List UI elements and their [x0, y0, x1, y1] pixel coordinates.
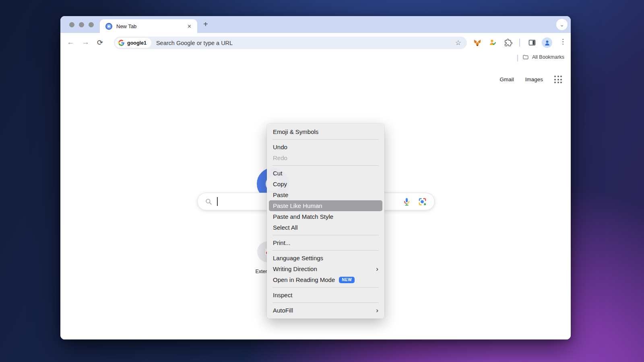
menu-item-redo: Redo [267, 152, 384, 163]
tab-search-button[interactable]: ⌄ [556, 19, 568, 30]
address-bar[interactable]: google1 Search Google or type a URL ☆ [114, 37, 467, 49]
bookmarks-bar: All Bookmarks [60, 52, 571, 64]
chromium-favicon-icon [105, 23, 112, 30]
context-menu: Emoji & Symbols Undo Redo Cut Copy Paste… [267, 123, 384, 319]
tab-new-tab[interactable]: New Tab ✕ [100, 19, 197, 33]
site-search-chip[interactable]: google1 [115, 38, 151, 48]
url-placeholder: Search Google or type a URL [156, 40, 455, 46]
tab-strip: New Tab ✕ + ⌄ [60, 16, 571, 33]
menu-separator [272, 235, 379, 235]
toolbar-divider [519, 39, 520, 47]
tab-close-icon[interactable]: ✕ [186, 23, 193, 30]
all-bookmarks-label: All Bookmarks [532, 54, 564, 60]
profile-check-extension-icon[interactable] [489, 39, 497, 47]
google-g-icon [118, 40, 124, 46]
menu-item-paste-like-human[interactable]: Paste Like Human [269, 200, 382, 211]
bookmark-star-icon[interactable]: ☆ [455, 39, 461, 47]
menu-item-select-all[interactable]: Select All [267, 222, 384, 233]
menu-item-writing-direction[interactable]: Writing Direction › [267, 263, 384, 274]
google-lens-icon[interactable] [418, 197, 427, 206]
voice-search-mic-icon[interactable] [402, 197, 411, 206]
back-button[interactable]: ← [67, 38, 74, 47]
metamask-fox-icon[interactable] [473, 39, 481, 47]
new-badge: NEW [339, 277, 355, 283]
minimize-window-button[interactable] [79, 22, 84, 27]
submenu-chevron-icon: › [376, 265, 378, 272]
folder-icon [522, 54, 529, 60]
extensions-puzzle-icon[interactable] [504, 39, 512, 47]
gmail-link[interactable]: Gmail [500, 76, 514, 82]
close-window-button[interactable] [69, 22, 74, 27]
menu-item-copy[interactable]: Copy [267, 179, 384, 189]
menu-item-undo[interactable]: Undo [267, 142, 384, 152]
menu-item-open-in-reading-mode[interactable]: Open in Reading Mode NEW [267, 274, 384, 285]
menu-separator [272, 165, 379, 166]
menu-separator [272, 287, 379, 288]
tab-title: New Tab [116, 23, 186, 29]
toolbar: ← → ⟳ google1 Search Google or type a UR… [60, 33, 571, 52]
menu-item-language-settings[interactable]: Language Settings [267, 253, 384, 263]
menu-item-print[interactable]: Print... [267, 237, 384, 248]
search-icon [205, 198, 213, 206]
text-caret [217, 197, 218, 206]
images-link[interactable]: Images [525, 76, 543, 82]
menu-separator [272, 139, 379, 140]
chevron-down-icon: ⌄ [559, 21, 564, 28]
menu-separator [272, 302, 379, 303]
google-apps-grid-icon[interactable] [554, 76, 562, 83]
person-icon [544, 39, 551, 46]
bookmarks-divider [517, 55, 518, 62]
maximize-window-button[interactable] [89, 22, 94, 27]
site-chip-label: google1 [127, 40, 147, 46]
submenu-chevron-icon: › [376, 307, 378, 314]
reload-button[interactable]: ⟳ [97, 38, 103, 47]
profile-avatar[interactable] [542, 37, 552, 48]
all-bookmarks-button[interactable]: All Bookmarks [522, 54, 564, 60]
forward-button[interactable]: → [82, 38, 89, 47]
menu-item-paste[interactable]: Paste [267, 189, 384, 200]
side-panel-icon[interactable] [528, 39, 536, 47]
menu-item-cut[interactable]: Cut [267, 168, 384, 179]
new-tab-button[interactable]: + [203, 20, 208, 28]
browser-menu-button[interactable]: ⋮ [559, 37, 566, 46]
menu-item-autofill[interactable]: AutoFill › [267, 305, 384, 316]
menu-item-inspect[interactable]: Inspect [267, 290, 384, 300]
menu-item-paste-and-match-style[interactable]: Paste and Match Style [267, 211, 384, 222]
menu-separator [272, 250, 379, 251]
browser-window: New Tab ✕ + ⌄ ← → ⟳ google1 Search Googl… [60, 16, 571, 339]
menu-item-emoji-symbols[interactable]: Emoji & Symbols [267, 126, 384, 137]
